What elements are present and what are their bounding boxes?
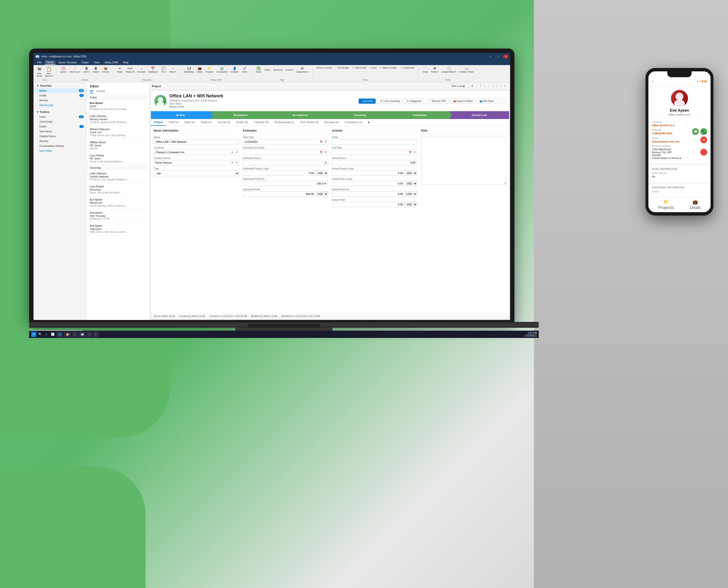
customer-field-input[interactable] bbox=[154, 150, 230, 155]
est-people-costs-currency[interactable]: USD bbox=[316, 171, 328, 175]
email-item[interactable]: Eve Ayeen Missed call Good morning, I tr… bbox=[87, 196, 150, 209]
menu-home[interactable]: Home bbox=[45, 60, 56, 65]
actual-hours-input[interactable] bbox=[332, 160, 417, 165]
email-item[interactable]: William Black RE: Quote Agreed. bbox=[87, 139, 150, 152]
start-date-calendar-icon[interactable]: 📅 bbox=[319, 141, 323, 143]
email-item[interactable]: Luke Johnson Sample database Hi Steve, i… bbox=[87, 170, 150, 183]
filter-tab-unread[interactable]: Unread bbox=[96, 89, 105, 93]
stage-realisation[interactable]: Realisation bbox=[211, 111, 270, 119]
minimize-button[interactable]: — bbox=[488, 55, 493, 58]
stage-invoicing[interactable]: Invoicing bbox=[330, 111, 390, 119]
delete-button[interactable]: 🗑 Delete bbox=[92, 66, 100, 74]
companies-button[interactable]: 🏢 Companies bbox=[215, 66, 228, 74]
menu-help[interactable]: Help bbox=[121, 60, 131, 64]
done-button[interactable]: ✓ Done bbox=[368, 66, 378, 69]
move-rules-button[interactable]: 📨 Move bbox=[422, 66, 429, 74]
contact-dropdown-icon[interactable]: ▼ bbox=[230, 162, 234, 164]
today-button[interactable]: Today bbox=[263, 68, 271, 71]
crm-toolbar-maximize[interactable]: □ bbox=[494, 84, 500, 88]
phone-map-icon[interactable]: 📍 bbox=[700, 149, 707, 155]
est-profit-pct-input[interactable] bbox=[243, 181, 328, 186]
close-button[interactable]: ✕ bbox=[503, 55, 508, 58]
end-date-input[interactable] bbox=[332, 150, 408, 155]
categorize-project-button[interactable]: 🏷 Categorize bbox=[404, 99, 424, 104]
email-item[interactable]: Lucy Parker RE: Notes Steve, is the samp… bbox=[87, 152, 150, 165]
email-item[interactable]: Lucy Parker Recording Steve, how is the … bbox=[87, 183, 150, 196]
actual-profit-currency[interactable]: USD bbox=[405, 202, 417, 207]
sidebar-item-junk[interactable]: Junk Email bbox=[34, 119, 87, 124]
stage-new[interactable]: ▶ New bbox=[151, 111, 211, 119]
new-email-button[interactable]: ✉ NewEmail bbox=[36, 66, 43, 78]
link-existing-button[interactable]: 🔗 Link to Existing bbox=[377, 99, 402, 104]
sidebar-item-inbox-favorites[interactable]: Inbox 18 bbox=[34, 88, 87, 93]
actual-other-costs-input[interactable] bbox=[332, 181, 405, 186]
tab-journal[interactable]: Journal (3) bbox=[215, 119, 233, 126]
start-date-clear-icon[interactable]: ✕ bbox=[323, 140, 328, 144]
unread-read-button[interactable]: 📖 Unread / Read bbox=[458, 66, 474, 74]
actual-people-costs-currency[interactable]: USD bbox=[405, 171, 417, 175]
export-word-button[interactable]: 📤 Export to Word bbox=[450, 99, 475, 104]
junk-button[interactable]: 🗑 Junk ▾ bbox=[82, 66, 91, 74]
email-item[interactable]: Eve Ayeen Next Thursday At Barney's, 8 P… bbox=[87, 209, 150, 223]
phone-business-value[interactable]: +1(816)286-4322 bbox=[652, 132, 672, 135]
crm-toolbar-help[interactable]: ? bbox=[477, 84, 484, 88]
email-item[interactable]: Miriam Delacroix Thank You! Thank you fo… bbox=[87, 126, 150, 139]
tab-time-sheets[interactable]: Time Sheets (0) bbox=[297, 119, 322, 126]
tab-project[interactable]: Project bbox=[151, 119, 166, 126]
sidebar-item-inbox[interactable]: Inbox 18 bbox=[34, 114, 87, 119]
hub-button[interactable]: 🔗 HUB bbox=[241, 66, 249, 74]
actual-other-costs-currency[interactable]: USD bbox=[405, 181, 417, 186]
new-items-button[interactable]: 📋 NewItems ▾ bbox=[44, 66, 53, 78]
email-item[interactable]: Eve Ayeen Quote Hi Steve, let me send yo… bbox=[87, 100, 150, 113]
reply-all-button[interactable]: ↩↩ Reply All bbox=[125, 66, 135, 74]
new-look-button[interactable]: New Look ◉ bbox=[449, 84, 467, 88]
cleanup-button[interactable]: 🧹 Clean Up ▾ bbox=[68, 66, 81, 74]
start-date-input[interactable] bbox=[243, 139, 319, 144]
reply-delete-button[interactable]: ↩ Reply & Delete bbox=[379, 66, 398, 69]
est-people-costs-input[interactable] bbox=[243, 171, 316, 175]
est-end-date-input[interactable] bbox=[243, 150, 319, 155]
ignore-button[interactable]: 🚫 Ignore bbox=[60, 66, 68, 74]
forward-button[interactable]: → Forward bbox=[136, 66, 146, 74]
type-field-select[interactable]: Job bbox=[154, 170, 239, 176]
phone-edit-button[interactable]: + + Edit bbox=[697, 80, 707, 83]
phone-back-button[interactable]: ‹ bbox=[652, 79, 653, 84]
create-new-button[interactable]: ✨ Create New bbox=[399, 66, 415, 69]
name-field-input[interactable] bbox=[154, 139, 239, 144]
reply-button[interactable]: ↩ Reply bbox=[116, 66, 124, 74]
tab-bookkeeping[interactable]: Bookkeeping (1) bbox=[272, 119, 297, 126]
maximize-button[interactable]: □ bbox=[496, 55, 500, 58]
menu-eway-crm[interactable]: eWay-CRM bbox=[103, 60, 120, 64]
more-options-button[interactable]: ⋯ bbox=[498, 99, 506, 104]
crm-toolbar-settings[interactable]: ⚙ bbox=[469, 84, 476, 88]
sidebar-item-sent[interactable]: Sent Items bbox=[34, 129, 87, 134]
crm-toolbar-minimize[interactable]: — bbox=[485, 84, 492, 88]
new-folder-link[interactable]: New folder bbox=[34, 148, 87, 153]
tab-deals[interactable]: Deals (1) bbox=[198, 119, 215, 126]
contact-field-input[interactable] bbox=[154, 160, 230, 165]
sidebar-item-drafts-favorites[interactable]: Drafts 3 bbox=[34, 93, 87, 98]
customer-clear-icon[interactable]: ✕ bbox=[234, 150, 239, 154]
im-button[interactable]: 💬 IM ▾ bbox=[160, 66, 167, 74]
filter-tab-all[interactable]: All bbox=[90, 89, 93, 93]
phone-message-icon[interactable]: 💬 bbox=[692, 128, 699, 135]
phone-mail-icon[interactable]: ✉ bbox=[700, 136, 707, 143]
customer-dropdown-icon[interactable]: ▼ bbox=[230, 151, 234, 154]
to-manager-button[interactable]: → To Manager bbox=[334, 66, 350, 69]
tab-tasks[interactable]: Tasks (0) bbox=[181, 119, 198, 126]
actual-profit-input[interactable] bbox=[332, 202, 405, 207]
actual-revenue-currency[interactable]: USD bbox=[405, 192, 417, 196]
phone-footer-projects[interactable]: 📁 Projects bbox=[658, 199, 674, 210]
deals-button[interactable]: 💼 Deals bbox=[196, 66, 204, 74]
stage-completed[interactable]: Completed bbox=[390, 111, 449, 119]
end-date-clear-icon[interactable]: ✕ bbox=[412, 150, 417, 154]
actual-people-costs-input[interactable] bbox=[332, 171, 405, 175]
delay-input[interactable] bbox=[332, 139, 417, 144]
sidebar-item-archive[interactable]: Archive bbox=[34, 139, 87, 144]
more-button[interactable]: ⋯ More ▾ bbox=[168, 66, 177, 74]
stage-closed-lost[interactable]: Closed Lost bbox=[449, 111, 509, 119]
tasks-button[interactable]: ✅ Tasks bbox=[255, 66, 262, 74]
sidebar-item-conversation-history[interactable]: Conversation History bbox=[34, 144, 87, 148]
email-item[interactable]: Luke Johnson Meeting minutes Hi Steve, p… bbox=[87, 113, 150, 126]
send-pdf-button[interactable]: 📄 Send as PDF bbox=[425, 99, 449, 104]
